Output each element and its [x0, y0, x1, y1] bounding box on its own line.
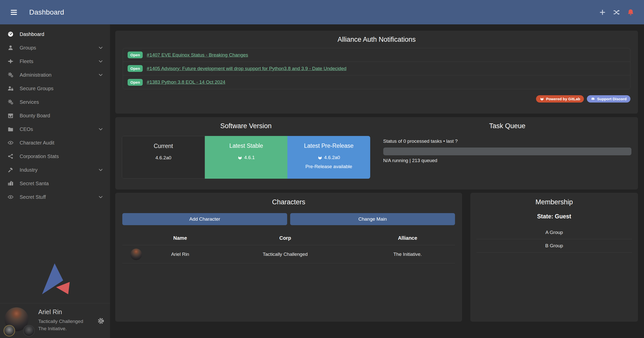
gauge-icon: [8, 31, 14, 37]
add-character-button[interactable]: Add Character: [122, 213, 287, 225]
notifications-footer: Powered by GitLabSupport Discord: [123, 95, 630, 103]
gears-icon: [8, 99, 14, 105]
user-name: Ariel Rin: [38, 308, 83, 316]
hamburger-menu-icon[interactable]: [10, 9, 18, 16]
navbar-actions: [599, 9, 634, 16]
sidebar: DashboardGroupsFleetsAdministrationSecur…: [0, 24, 110, 338]
gitlab-badge[interactable]: Powered by GitLab: [536, 95, 584, 103]
version-value: 4.6.1: [205, 155, 287, 160]
sidebar-item-label: Administration: [20, 72, 52, 78]
badge-label: Support Discord: [597, 97, 627, 101]
membership-panel: Membership State: Guest A GroupB Group: [470, 193, 638, 322]
shuffle-icon[interactable]: [613, 9, 620, 16]
version-cell-stable: Latest Stable4.6.1: [205, 136, 287, 179]
bell-icon[interactable]: [627, 9, 634, 16]
sidebar-item-ceos[interactable]: CEOs: [0, 122, 110, 136]
sidebar-item-secret-santa[interactable]: Secret Santa: [0, 177, 110, 190]
sidebar-spacer: [0, 204, 110, 262]
settings-gear-icon[interactable]: [97, 317, 104, 324]
user-avatar: [5, 307, 33, 335]
notification-link[interactable]: #1405 Advisory: Future development will …: [147, 66, 346, 71]
notification-link[interactable]: #1407 EVE Equinox Status - Breaking Chan…: [147, 52, 248, 58]
notifications-list: Open#1407 EVE Equinox Status - Breaking …: [123, 48, 630, 89]
chevron-down-icon: [98, 72, 103, 78]
sidebar-menu: DashboardGroupsFleetsAdministrationSecur…: [0, 24, 110, 204]
table-header-name: Name: [150, 232, 210, 245]
store-icon: [8, 113, 14, 119]
notification-row: Open#1405 Advisory: Future development w…: [123, 62, 630, 75]
alliance-auth-logo: [0, 262, 110, 295]
sidebar-item-dashboard[interactable]: Dashboard: [0, 27, 110, 41]
table-header-corp: Corp: [210, 232, 360, 245]
sidebar-item-label: CEOs: [20, 126, 33, 132]
user-corp: Tactically Challenged: [38, 318, 83, 325]
sidebar-item-label: Secret Santa: [20, 181, 49, 186]
sidebar-item-label: Fleets: [20, 59, 33, 64]
notifications-panel: Alliance Auth Notifications Open#1407 EV…: [115, 31, 638, 114]
discord-icon: [591, 97, 595, 101]
characters-title: Characters: [122, 198, 455, 206]
task-queue-progress-track: [383, 148, 632, 155]
user-lock-icon: [8, 85, 14, 91]
sidebar-item-industry[interactable]: Industry: [0, 163, 110, 177]
version-strip: Current4.6.2a0Latest Stable4.6.1Latest P…: [122, 136, 370, 179]
sidebar-item-administration[interactable]: Administration: [0, 68, 110, 82]
hammer-icon: [8, 167, 14, 173]
eye-icon: [8, 194, 14, 200]
cell-name: Ariel Rin: [150, 245, 210, 263]
version-cell-current: Current4.6.2a0: [122, 136, 205, 179]
cell-alliance: The Initiative.: [360, 245, 455, 263]
task-queue-status: Status of 0 processed tasks • last ?: [383, 138, 632, 144]
notification-link[interactable]: #1383 Python 3.8 EOL - 14 Oct 2024: [147, 79, 225, 85]
sidebar-item-secret-stuff[interactable]: Secret Stuff: [0, 190, 110, 204]
version-taskqueue-panel: Software Version Current4.6.2a0Latest St…: [115, 117, 638, 189]
top-navbar: Dashboard: [0, 0, 644, 24]
software-version-section: Software Version Current4.6.2a0Latest St…: [115, 117, 377, 189]
sidebar-item-character-audit[interactable]: Character Audit: [0, 136, 110, 150]
sidebar-item-label: Corporation Stats: [20, 154, 59, 159]
sidebar-item-services[interactable]: Services: [0, 95, 110, 109]
chevron-down-icon: [98, 126, 103, 132]
character-avatar: [130, 249, 142, 260]
status-badge: Open: [128, 52, 143, 58]
sidebar-item-fleets[interactable]: Fleets: [0, 55, 110, 68]
status-badge: Open: [128, 79, 143, 86]
version-label: Latest Stable: [205, 142, 287, 149]
user-info: Ariel Rin Tactically Challenged The Init…: [38, 307, 83, 332]
task-queue-section: Task Queue Status of 0 processed tasks •…: [377, 117, 638, 189]
sidebar-item-label: Dashboard: [20, 31, 44, 37]
gears-icon: [8, 72, 14, 78]
main-content: Alliance Auth Notifications Open#1407 EV…: [110, 24, 644, 338]
notification-row: Open#1383 Python 3.8 EOL - 14 Oct 2024: [123, 75, 630, 89]
sidebar-item-label: Character Audit: [20, 140, 54, 146]
share-icon: [8, 153, 14, 159]
sidebar-item-label: Groups: [20, 45, 36, 51]
discord-badge[interactable]: Support Discord: [587, 95, 630, 103]
notification-row: Open#1407 EVE Equinox Status - Breaking …: [123, 48, 630, 62]
eye-icon: [8, 140, 14, 146]
characters-table: Name Corp Alliance Ariel RinTactically C…: [122, 232, 455, 263]
sidebar-item-label: Industry: [20, 167, 37, 173]
alliance-logo: [23, 325, 35, 336]
user-panel: Ariel Rin Tactically Challenged The Init…: [0, 303, 110, 338]
plus-icon[interactable]: [599, 9, 606, 16]
chevron-down-icon: [98, 167, 103, 173]
sidebar-item-groups[interactable]: Groups: [0, 41, 110, 55]
sidebar-item-corporation-stats[interactable]: Corporation Stats: [0, 150, 110, 163]
folder-icon: [8, 126, 14, 132]
sidebar-item-bounty-board[interactable]: Bounty Board: [0, 109, 110, 122]
task-queue-summary: N/A running | 213 queued: [383, 158, 632, 163]
sidebar-item-label: Bounty Board: [20, 113, 50, 119]
membership-title: Membership: [476, 198, 632, 206]
chevron-down-icon: [98, 45, 103, 51]
group-row: A Group: [476, 226, 632, 239]
cell-corp: Tactically Challenged: [210, 245, 360, 263]
group-list: A GroupB Group: [476, 226, 632, 253]
change-main-button[interactable]: Change Main: [290, 213, 455, 225]
version-note: Pre-Release available: [287, 164, 370, 169]
version-value: 4.6.2a0: [287, 155, 370, 160]
version-value: 4.6.2a0: [122, 155, 205, 161]
table-header-avatar: [122, 232, 150, 245]
sidebar-item-secure-groups[interactable]: Secure Groups: [0, 82, 110, 95]
table-row: Ariel RinTactically ChallengedThe Initia…: [122, 245, 455, 263]
